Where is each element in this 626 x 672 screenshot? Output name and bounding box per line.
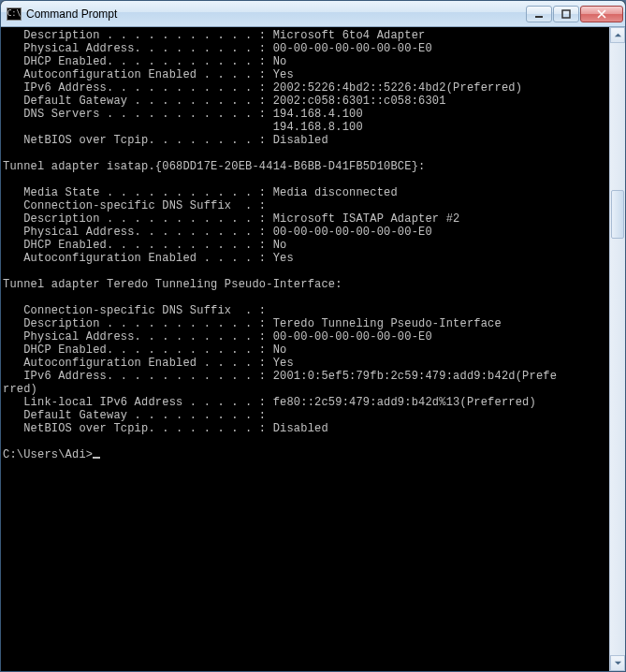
cursor (93, 457, 100, 459)
maximize-button[interactable] (553, 6, 579, 22)
chevron-down-icon (614, 659, 622, 667)
terminal-output[interactable]: Description . . . . . . . . . . . : Micr… (1, 27, 609, 671)
cmd-icon: C:\ (7, 7, 22, 21)
maximize-icon (561, 9, 571, 19)
command-prompt-window: C:\ Command Prompt Description . . . . .… (0, 0, 626, 672)
scroll-up-button[interactable] (610, 27, 625, 43)
close-button[interactable] (580, 6, 623, 22)
window-title: Command Prompt (26, 7, 526, 21)
svg-rect-0 (535, 16, 543, 18)
vertical-scrollbar[interactable] (609, 27, 625, 671)
content-area: Description . . . . . . . . . . . : Micr… (1, 27, 625, 671)
prompt: C:\Users\Adi> (3, 448, 93, 461)
scrollbar-track[interactable] (610, 43, 625, 655)
minimize-button[interactable] (526, 6, 552, 22)
window-controls (526, 6, 623, 22)
scroll-down-button[interactable] (610, 655, 625, 671)
titlebar[interactable]: C:\ Command Prompt (1, 1, 625, 27)
scrollbar-thumb[interactable] (611, 190, 624, 239)
chevron-up-icon (614, 31, 622, 39)
close-icon (597, 9, 606, 19)
svg-rect-1 (562, 10, 570, 18)
minimize-icon (534, 9, 544, 19)
